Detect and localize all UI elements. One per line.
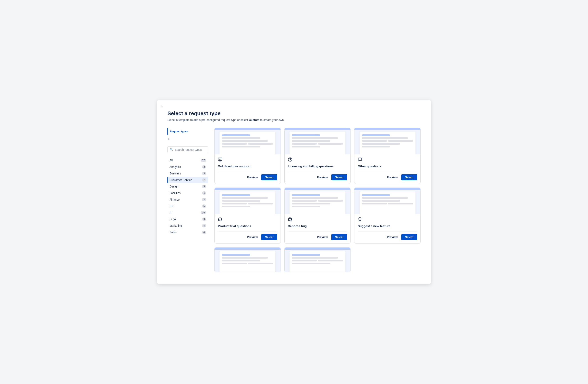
select-button[interactable]: Select	[401, 174, 417, 180]
category-item-design[interactable]: Design 5	[168, 183, 208, 190]
category-item-marketing[interactable]: Marketing 4	[168, 222, 208, 229]
preview-line	[222, 137, 260, 139]
select-button[interactable]: Select	[331, 234, 347, 240]
card-title: Get developer support	[218, 164, 277, 171]
preview-row	[362, 140, 413, 142]
card-licensing-billing: Licensing and billing questions Preview …	[284, 128, 351, 184]
preview-line	[292, 203, 330, 204]
preview-line	[362, 197, 408, 199]
category-count: 16	[201, 211, 206, 214]
category-item-analytics[interactable]: Analytics 3	[168, 164, 208, 170]
card-product-trial: Product trial questions Preview Select	[214, 188, 281, 244]
search-box: 🔍	[168, 147, 208, 153]
preview-line	[222, 254, 250, 256]
category-label: Facilities	[169, 192, 181, 195]
preview-line	[222, 263, 247, 264]
card-get-developer-support: Get developer support Preview Select	[214, 128, 281, 184]
category-label: Finance	[169, 198, 180, 201]
sidebar-section-request-types[interactable]: Request types	[168, 128, 208, 135]
preview-row	[362, 203, 413, 204]
preview-row	[222, 263, 273, 264]
select-button[interactable]: Select	[261, 174, 277, 180]
preview-line	[222, 140, 268, 142]
preview-line	[222, 257, 268, 258]
category-item-business[interactable]: Business 3	[168, 170, 208, 177]
close-button[interactable]: ×	[161, 104, 163, 107]
preview-button[interactable]: Preview	[385, 234, 399, 240]
preview-line	[362, 140, 387, 142]
category-item-hr[interactable]: HR 5	[168, 203, 208, 209]
category-count: 7	[202, 178, 206, 182]
preview-row	[292, 143, 343, 145]
preview-button[interactable]: Preview	[315, 174, 329, 180]
licensing-icon	[288, 157, 347, 163]
card-actions: Preview Select	[358, 171, 417, 180]
card-preview	[285, 248, 351, 272]
category-item-sales[interactable]: Sales 4	[168, 229, 208, 235]
preview-row	[222, 143, 273, 145]
select-button[interactable]: Select	[331, 174, 347, 180]
card-actions: Preview Select	[288, 232, 347, 240]
preview-row	[292, 260, 343, 261]
card-preview	[215, 188, 280, 214]
card-actions: Preview Select	[218, 232, 277, 240]
inactive-indicator	[168, 138, 169, 140]
card-preview	[215, 128, 280, 154]
card-title: Suggest a new feature	[358, 224, 417, 231]
preview-line	[362, 146, 390, 148]
category-count: 3	[202, 198, 206, 201]
category-label: Legal	[169, 217, 176, 221]
card-suggest-feature: Suggest a new feature Preview Select	[354, 188, 420, 244]
category-item-customer-service[interactable]: Customer Service 7	[168, 177, 208, 183]
card-body: Product trial questions Preview Select	[215, 214, 280, 243]
select-button[interactable]: Select	[401, 234, 417, 240]
preview-inner	[219, 192, 275, 214]
category-count: 4	[202, 192, 206, 195]
preview-button[interactable]: Preview	[245, 174, 259, 180]
select-button[interactable]: Select	[261, 234, 277, 240]
preview-line	[292, 254, 320, 256]
cards-area: Get developer support Preview Select	[214, 128, 420, 272]
category-label: Customer Service	[169, 178, 192, 182]
category-count: 3	[202, 165, 206, 169]
preview-button[interactable]: Preview	[315, 234, 329, 240]
preview-line	[292, 206, 320, 207]
sidebar-nav: Request types	[168, 128, 208, 142]
preview-line	[292, 260, 317, 261]
category-item-all[interactable]: All 57	[168, 157, 208, 164]
card-title: Report a bug	[288, 224, 347, 231]
preview-top-bar	[355, 188, 420, 190]
preview-line	[388, 140, 413, 142]
preview-button[interactable]: Preview	[245, 234, 259, 240]
sidebar-label-request-types: Request types	[170, 130, 188, 133]
category-item-legal[interactable]: Legal 3	[168, 216, 208, 222]
preview-line	[388, 203, 413, 204]
card-partial-7	[214, 247, 281, 272]
preview-line	[222, 203, 247, 204]
preview-line	[362, 200, 400, 202]
card-preview	[215, 248, 280, 272]
category-count: 57	[201, 159, 206, 162]
card-body: Get developer support Preview Select	[215, 154, 280, 184]
category-item-it[interactable]: IT 16	[168, 209, 208, 216]
card-preview	[355, 128, 420, 154]
preview-button[interactable]: Preview	[385, 174, 399, 180]
preview-line	[222, 197, 268, 199]
preview-line	[318, 260, 343, 261]
category-item-facilities[interactable]: Facilities 4	[168, 190, 208, 196]
category-label: Design	[169, 185, 178, 188]
category-item-finance[interactable]: Finance 3	[168, 196, 208, 203]
preview-top-bar	[285, 188, 351, 190]
preview-line	[318, 200, 343, 202]
category-count: 3	[202, 217, 206, 221]
category-label: IT	[169, 211, 172, 214]
preview-line	[362, 137, 408, 139]
category-count: 5	[202, 185, 206, 188]
preview-inner	[359, 131, 416, 154]
preview-inner	[290, 131, 345, 154]
search-input[interactable]	[175, 148, 206, 151]
category-label: Sales	[169, 231, 177, 234]
card-actions: Preview Select	[288, 171, 347, 180]
preview-line	[248, 143, 273, 145]
sidebar-section-other[interactable]	[168, 138, 208, 140]
